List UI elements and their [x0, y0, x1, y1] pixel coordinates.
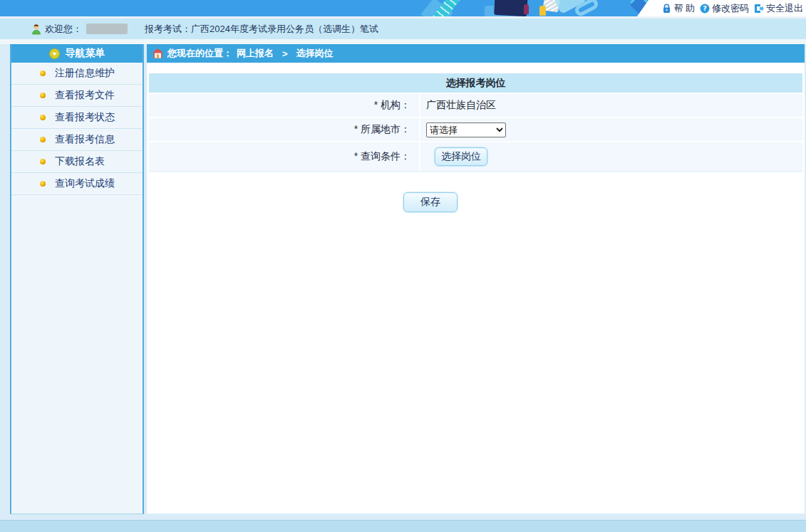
breadcrumb-current: 选择岗位	[296, 47, 334, 60]
dot-icon	[40, 93, 46, 98]
svg-text:?: ?	[703, 4, 707, 12]
sidebar-item-label: 查看报考文件	[55, 89, 115, 102]
nav-menu-header[interactable]: 导航菜单	[11, 44, 143, 63]
question-icon: ?	[700, 4, 710, 14]
dot-icon	[40, 71, 46, 76]
dot-icon	[40, 181, 46, 187]
change-password-label: 修改密码	[712, 2, 749, 15]
choose-position-button[interactable]: 选择岗位	[435, 147, 487, 166]
redacted-username	[86, 24, 128, 34]
sidebar-item-label: 下载报名表	[55, 155, 105, 168]
exit-icon	[754, 4, 764, 14]
city-label: * 所属地市：	[149, 118, 420, 141]
divider	[0, 39, 806, 44]
city-select[interactable]: 请选择	[426, 122, 506, 137]
breadcrumb-section: 网上报名	[237, 47, 274, 60]
query-label: * 查询条件：	[149, 142, 420, 171]
welcome-bar: 欢迎您： 报考考试：广西2024年度考试录用公务员（选调生）笔试	[0, 19, 806, 39]
sidebar-item-exam-score[interactable]: 查询考试成绩	[11, 173, 143, 195]
sidebar-item-download-form[interactable]: 下载报名表	[11, 151, 143, 173]
sidebar-item-exam-files[interactable]: 查看报考文件	[11, 85, 143, 107]
breadcrumb-prefix: 您现在的位置：	[167, 47, 232, 60]
select-position-form: 选择报考岗位 * 机构： 广西壮族自治区 * 所属地市： 请选择 * 查询条件：…	[149, 73, 802, 172]
sidebar-item-label: 查看报考信息	[55, 133, 115, 146]
chevron-down-circle-icon	[49, 48, 60, 59]
illustration-shape	[524, 4, 529, 14]
lock-icon	[662, 4, 671, 14]
dot-icon	[40, 137, 46, 142]
save-button[interactable]: 保存	[403, 192, 458, 212]
footer-bar	[0, 520, 806, 532]
top-banner: 帮 助 ? 修改密码 安全退出	[0, 0, 806, 16]
form-row-query: * 查询条件： 选择岗位	[149, 141, 802, 171]
form-row-organization: * 机构： 广西壮族自治区	[149, 93, 802, 117]
sidebar-item-label: 注册信息维护	[55, 67, 115, 80]
banner-links: 帮 助 ? 修改密码 安全退出	[662, 0, 803, 16]
change-password-link[interactable]: ? 修改密码	[700, 2, 749, 15]
sidebar-item-register-info[interactable]: 注册信息维护	[11, 63, 143, 85]
exam-info: 报考考试：广西2024年度考试录用公务员（选调生）笔试	[145, 23, 378, 36]
welcome-greeting: 欢迎您：	[45, 23, 82, 36]
home-icon	[153, 48, 163, 58]
sidebar-item-exam-info[interactable]: 查看报考信息	[11, 129, 143, 151]
illustration-shape	[539, 6, 546, 16]
form-row-city: * 所属地市： 请选择	[149, 117, 802, 141]
organization-value: 广西壮族自治区	[420, 94, 802, 117]
help-link-label: 帮 助	[673, 2, 695, 15]
sidebar-item-label: 查看报考状态	[55, 111, 115, 124]
breadcrumb-separator: >	[282, 48, 288, 59]
breadcrumb: 您现在的位置： 网上报名 > 选择岗位	[147, 44, 805, 63]
sidebar-item-exam-status[interactable]: 查看报考状态	[11, 107, 143, 129]
content-area: 选择报考岗位 * 机构： 广西壮族自治区 * 所属地市： 请选择 * 查询条件：…	[147, 63, 805, 513]
sidebar-item-label: 查询考试成绩	[55, 177, 115, 190]
illustration-shape	[494, 0, 528, 16]
organization-label: * 机构：	[149, 94, 420, 117]
save-row: 保存	[147, 192, 805, 212]
logout-link[interactable]: 安全退出	[754, 2, 803, 15]
form-title: 选择报考岗位	[149, 73, 802, 93]
avatar-icon	[31, 24, 41, 35]
sidebar: 导航菜单 注册信息维护 查看报考文件 查看报考状态 查看报考信息 下载报名表 查…	[10, 44, 144, 514]
dot-icon	[40, 159, 46, 165]
help-link[interactable]: 帮 助	[662, 2, 695, 15]
logout-label: 安全退出	[766, 2, 803, 15]
nav-menu-title: 导航菜单	[66, 47, 105, 60]
dot-icon	[40, 115, 46, 120]
